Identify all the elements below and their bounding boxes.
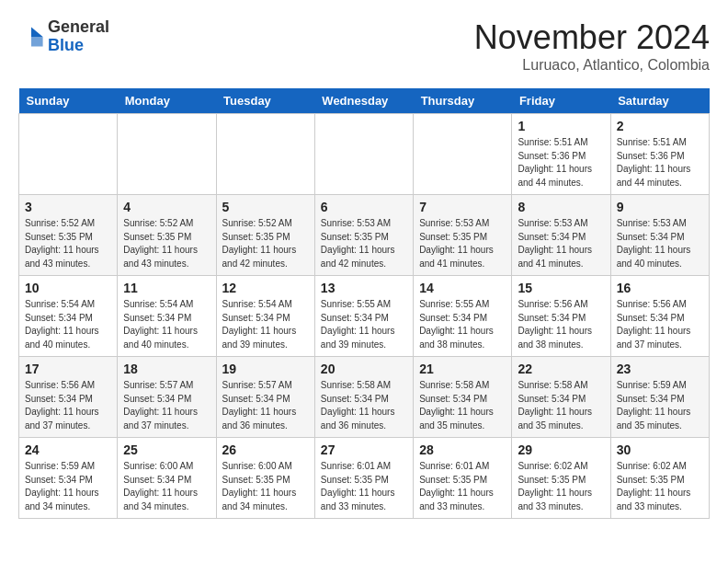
calendar-cell: 18Sunrise: 5:57 AM Sunset: 5:34 PM Dayli… [118, 357, 216, 438]
calendar-cell [314, 114, 413, 195]
day-info: Sunrise: 5:55 AM Sunset: 5:34 PM Dayligh… [419, 298, 506, 351]
logo-icon [18, 24, 44, 50]
day-number: 30 [617, 442, 703, 457]
weekday-header-monday: Monday [118, 88, 216, 114]
day-number: 24 [25, 442, 111, 457]
day-number: 14 [419, 281, 506, 295]
week-row-1: 1Sunrise: 5:51 AM Sunset: 5:36 PM Daylig… [19, 114, 710, 195]
day-info: Sunrise: 5:58 AM Sunset: 5:34 PM Dayligh… [321, 379, 407, 432]
calendar-cell: 5Sunrise: 5:52 AM Sunset: 5:35 PM Daylig… [216, 195, 314, 276]
calendar-cell: 7Sunrise: 5:53 AM Sunset: 5:35 PM Daylig… [414, 195, 512, 276]
day-info: Sunrise: 5:58 AM Sunset: 5:34 PM Dayligh… [419, 379, 506, 432]
calendar-cell [414, 114, 512, 195]
day-info: Sunrise: 5:52 AM Sunset: 5:35 PM Dayligh… [222, 217, 309, 270]
day-number: 11 [123, 281, 210, 295]
day-info: Sunrise: 5:51 AM Sunset: 5:36 PM Dayligh… [518, 136, 604, 190]
day-info: Sunrise: 6:02 AM Sunset: 5:35 PM Dayligh… [518, 460, 604, 513]
weekday-header-row: SundayMondayTuesdayWednesdayThursdayFrid… [19, 88, 710, 114]
day-number: 27 [321, 442, 407, 457]
calendar-cell: 26Sunrise: 6:00 AM Sunset: 5:35 PM Dayli… [216, 438, 314, 519]
calendar-cell: 11Sunrise: 5:54 AM Sunset: 5:34 PM Dayli… [118, 276, 216, 357]
weekday-header-thursday: Thursday [414, 88, 512, 114]
title-area: November 2024 Luruaco, Atlantico, Colomb… [474, 18, 710, 74]
day-number: 8 [518, 200, 604, 214]
day-number: 20 [321, 362, 407, 376]
day-info: Sunrise: 6:01 AM Sunset: 5:35 PM Dayligh… [419, 460, 506, 513]
day-number: 7 [419, 200, 506, 214]
day-info: Sunrise: 5:53 AM Sunset: 5:34 PM Dayligh… [617, 217, 703, 270]
calendar-cell [216, 114, 314, 195]
day-number: 19 [222, 362, 309, 376]
day-number: 9 [617, 200, 703, 214]
day-info: Sunrise: 5:54 AM Sunset: 5:34 PM Dayligh… [222, 298, 309, 351]
day-info: Sunrise: 5:59 AM Sunset: 5:34 PM Dayligh… [25, 460, 111, 513]
day-number: 18 [123, 362, 210, 376]
day-number: 2 [617, 119, 703, 133]
calendar-cell: 4Sunrise: 5:52 AM Sunset: 5:35 PM Daylig… [118, 195, 216, 276]
day-number: 10 [25, 281, 111, 295]
calendar-cell: 17Sunrise: 5:56 AM Sunset: 5:34 PM Dayli… [19, 357, 118, 438]
day-number: 16 [617, 281, 703, 295]
week-row-5: 24Sunrise: 5:59 AM Sunset: 5:34 PM Dayli… [19, 438, 710, 519]
day-info: Sunrise: 5:53 AM Sunset: 5:35 PM Dayligh… [321, 217, 407, 270]
day-info: Sunrise: 6:02 AM Sunset: 5:35 PM Dayligh… [617, 460, 703, 513]
logo: General Blue [18, 18, 109, 55]
day-number: 26 [222, 442, 309, 457]
page-header: General Blue November 2024 Luruaco, Atla… [18, 18, 710, 74]
day-info: Sunrise: 5:54 AM Sunset: 5:34 PM Dayligh… [123, 298, 210, 351]
day-number: 22 [518, 362, 604, 376]
day-info: Sunrise: 5:55 AM Sunset: 5:34 PM Dayligh… [321, 298, 407, 351]
day-info: Sunrise: 5:51 AM Sunset: 5:36 PM Dayligh… [617, 136, 703, 190]
day-info: Sunrise: 5:54 AM Sunset: 5:34 PM Dayligh… [25, 298, 111, 351]
calendar-cell: 15Sunrise: 5:56 AM Sunset: 5:34 PM Dayli… [512, 276, 610, 357]
weekday-header-sunday: Sunday [19, 88, 118, 114]
day-number: 5 [222, 200, 309, 214]
calendar-cell: 28Sunrise: 6:01 AM Sunset: 5:35 PM Dayli… [414, 438, 512, 519]
svg-marker-0 [31, 27, 43, 37]
calendar-cell: 6Sunrise: 5:53 AM Sunset: 5:35 PM Daylig… [314, 195, 413, 276]
week-row-2: 3Sunrise: 5:52 AM Sunset: 5:35 PM Daylig… [19, 195, 710, 276]
day-number: 29 [518, 442, 604, 457]
calendar-cell: 3Sunrise: 5:52 AM Sunset: 5:35 PM Daylig… [19, 195, 118, 276]
calendar-cell: 2Sunrise: 5:51 AM Sunset: 5:36 PM Daylig… [610, 114, 709, 195]
calendar-cell: 21Sunrise: 5:58 AM Sunset: 5:34 PM Dayli… [414, 357, 512, 438]
calendar-cell: 8Sunrise: 5:53 AM Sunset: 5:34 PM Daylig… [512, 195, 610, 276]
calendar-cell: 12Sunrise: 5:54 AM Sunset: 5:34 PM Dayli… [216, 276, 314, 357]
location: Luruaco, Atlantico, Colombia [474, 57, 710, 74]
day-number: 1 [518, 119, 604, 133]
day-info: Sunrise: 6:00 AM Sunset: 5:34 PM Dayligh… [123, 460, 210, 513]
day-info: Sunrise: 5:59 AM Sunset: 5:34 PM Dayligh… [617, 379, 703, 432]
month-title: November 2024 [474, 18, 710, 57]
day-info: Sunrise: 5:53 AM Sunset: 5:34 PM Dayligh… [518, 217, 604, 270]
day-info: Sunrise: 5:57 AM Sunset: 5:34 PM Dayligh… [222, 379, 309, 432]
calendar-cell: 29Sunrise: 6:02 AM Sunset: 5:35 PM Dayli… [512, 438, 610, 519]
day-info: Sunrise: 5:52 AM Sunset: 5:35 PM Dayligh… [25, 217, 111, 270]
calendar-cell: 25Sunrise: 6:00 AM Sunset: 5:34 PM Dayli… [118, 438, 216, 519]
calendar-cell: 16Sunrise: 5:56 AM Sunset: 5:34 PM Dayli… [610, 276, 709, 357]
day-info: Sunrise: 5:56 AM Sunset: 5:34 PM Dayligh… [518, 298, 604, 351]
day-number: 23 [617, 362, 703, 376]
calendar-cell [118, 114, 216, 195]
calendar-cell: 22Sunrise: 5:58 AM Sunset: 5:34 PM Dayli… [512, 357, 610, 438]
calendar-cell: 14Sunrise: 5:55 AM Sunset: 5:34 PM Dayli… [414, 276, 512, 357]
day-info: Sunrise: 6:01 AM Sunset: 5:35 PM Dayligh… [321, 460, 407, 513]
day-number: 28 [419, 442, 506, 457]
svg-marker-1 [31, 37, 43, 47]
weekday-header-tuesday: Tuesday [216, 88, 314, 114]
calendar-cell: 13Sunrise: 5:55 AM Sunset: 5:34 PM Dayli… [314, 276, 413, 357]
calendar-cell: 30Sunrise: 6:02 AM Sunset: 5:35 PM Dayli… [610, 438, 709, 519]
calendar-cell: 24Sunrise: 5:59 AM Sunset: 5:34 PM Dayli… [19, 438, 118, 519]
logo-text: General Blue [48, 18, 109, 55]
day-info: Sunrise: 5:56 AM Sunset: 5:34 PM Dayligh… [617, 298, 703, 351]
calendar-cell: 9Sunrise: 5:53 AM Sunset: 5:34 PM Daylig… [610, 195, 709, 276]
calendar-cell: 19Sunrise: 5:57 AM Sunset: 5:34 PM Dayli… [216, 357, 314, 438]
day-info: Sunrise: 5:58 AM Sunset: 5:34 PM Dayligh… [518, 379, 604, 432]
day-number: 3 [25, 200, 111, 214]
day-number: 21 [419, 362, 506, 376]
calendar-cell: 10Sunrise: 5:54 AM Sunset: 5:34 PM Dayli… [19, 276, 118, 357]
day-info: Sunrise: 5:53 AM Sunset: 5:35 PM Dayligh… [419, 217, 506, 270]
day-number: 12 [222, 281, 309, 295]
week-row-4: 17Sunrise: 5:56 AM Sunset: 5:34 PM Dayli… [19, 357, 710, 438]
calendar-cell: 1Sunrise: 5:51 AM Sunset: 5:36 PM Daylig… [512, 114, 610, 195]
day-info: Sunrise: 6:00 AM Sunset: 5:35 PM Dayligh… [222, 460, 309, 513]
